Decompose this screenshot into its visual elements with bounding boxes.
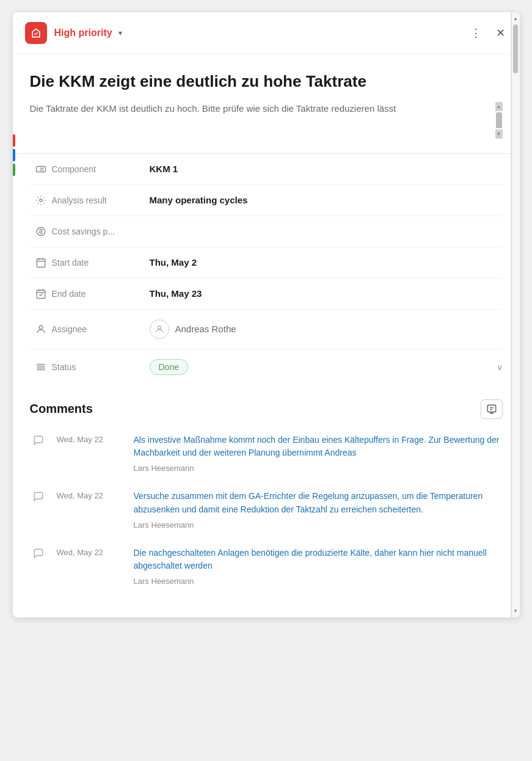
- cost-savings-label: Cost savings p...: [52, 227, 150, 236]
- description-area: Die Taktrate der KKM ist deutlich zu hoc…: [30, 102, 503, 139]
- scroll-thumb[interactable]: [513, 24, 518, 73]
- priority-chevron-icon[interactable]: ▾: [118, 29, 122, 37]
- start-date-icon: [30, 257, 52, 268]
- assignee-label: Assignee: [52, 324, 150, 334]
- comment-body: Versuche zusammen mit dem GA-Errichter d…: [134, 490, 503, 529]
- desc-scroll-thumb: [496, 112, 502, 128]
- end-date-icon: [30, 288, 52, 299]
- comment-date: Wed, May 22: [57, 434, 124, 473]
- end-date-label: End date: [52, 289, 150, 299]
- indicator-red: [13, 134, 15, 147]
- scroll-up-arrow[interactable]: ▲: [512, 13, 519, 23]
- svg-rect-19: [487, 405, 496, 412]
- component-label: Component: [52, 164, 150, 174]
- comment-author: Lars Heesemann: [134, 520, 503, 530]
- svg-point-3: [39, 199, 42, 202]
- analysis-label: Analysis result: [52, 195, 150, 205]
- scroll-down-arrow[interactable]: ▼: [512, 606, 519, 616]
- logo-svg: [30, 27, 42, 39]
- status-chevron-icon[interactable]: ∨: [497, 362, 503, 372]
- comment-text: Die nachgeschalteten Anlagen benötigen d…: [134, 547, 503, 573]
- status-badge: Done: [150, 359, 188, 375]
- scroll-track: [512, 23, 520, 606]
- analysis-value: Many operating cycles: [150, 195, 503, 205]
- assignee-icon: [30, 324, 52, 335]
- page-title: Die KKM zeigt eine deutlich zu hohe Takt…: [30, 71, 503, 92]
- add-comment-icon: [486, 404, 497, 415]
- left-indicators: [13, 134, 15, 176]
- priority-label: High priority: [54, 27, 112, 38]
- svg-point-14: [158, 326, 161, 329]
- comment-author: Lars Heesemann: [134, 577, 503, 586]
- status-label: Status: [52, 362, 150, 372]
- header-actions: ⋮ ✕: [468, 24, 508, 42]
- description-scrollbar[interactable]: ▲ ▼: [495, 102, 503, 139]
- field-cost-savings: Cost savings p...: [30, 216, 503, 247]
- comment-date: Wed, May 22: [57, 547, 124, 586]
- comment-body: Die nachgeschalteten Anlagen benötigen d…: [134, 547, 503, 586]
- comment-text: Versuche zusammen mit dem GA-Errichter d…: [134, 490, 503, 516]
- svg-rect-0: [36, 166, 45, 172]
- analysis-icon: [30, 195, 52, 206]
- more-options-button[interactable]: ⋮: [468, 24, 484, 42]
- indicator-blue: [13, 149, 15, 161]
- field-assignee: Assignee Andreas Rothe: [30, 310, 503, 349]
- app-logo: [25, 22, 47, 44]
- indicator-green: [13, 164, 15, 176]
- component-value: KKM 1: [150, 164, 503, 174]
- comment-author: Lars Heesemann: [134, 464, 503, 473]
- end-date-value: Thu, May 23: [150, 288, 503, 299]
- desc-scroll-down[interactable]: ▼: [495, 129, 503, 139]
- field-start-date: Start date Thu, May 2: [30, 247, 503, 279]
- svg-rect-9: [37, 290, 45, 299]
- component-icon: [30, 164, 52, 175]
- main-panel: ▲ ▼ High priority ▾ ⋮: [13, 12, 520, 617]
- fields-section: Component KKM 1 Analysis result Many ope…: [13, 154, 520, 385]
- assignee-value-row: Andreas Rothe: [150, 319, 236, 339]
- field-status[interactable]: Status Done ∨: [30, 349, 503, 385]
- svg-point-13: [39, 326, 43, 329]
- comment-item: Wed, May 22 Als investive Maßnahme kommt…: [30, 434, 503, 473]
- status-value-row: Done ∨: [150, 359, 503, 375]
- start-date-value: Thu, May 2: [150, 257, 503, 268]
- comment-item: Wed, May 22 Versuche zusammen mit dem GA…: [30, 490, 503, 529]
- comments-section: Comments Wed: [13, 385, 520, 617]
- comment-icon: [30, 548, 47, 586]
- comments-header: Comments: [30, 399, 503, 419]
- comment-icon: [30, 435, 47, 473]
- status-icon: [30, 362, 52, 373]
- scrollbar[interactable]: ▲ ▼: [511, 12, 520, 617]
- field-analysis: Analysis result Many operating cycles: [30, 185, 503, 216]
- description-text: Die Taktrate der KKM ist deutlich zu hoc…: [30, 102, 490, 116]
- desc-scroll-up[interactable]: ▲: [495, 102, 503, 111]
- svg-rect-5: [37, 259, 45, 268]
- comment-text: Als investive Maßnahme kommt noch der Ei…: [134, 434, 503, 460]
- comment-body: Als investive Maßnahme kommt noch der Ei…: [134, 434, 503, 473]
- comment-icon: [30, 491, 47, 529]
- comment-item: Wed, May 22 Die nachgeschalteten Anlagen…: [30, 547, 503, 586]
- start-date-label: Start date: [52, 258, 150, 268]
- cost-savings-icon: [30, 226, 52, 237]
- main-content: Die KKM zeigt eine deutlich zu hohe Takt…: [13, 54, 520, 154]
- comment-date: Wed, May 22: [57, 490, 124, 529]
- comments-title: Comments: [30, 402, 93, 416]
- close-button[interactable]: ✕: [494, 24, 508, 42]
- add-comment-button[interactable]: [481, 399, 503, 419]
- panel-header: High priority ▾ ⋮ ✕: [13, 12, 520, 54]
- assignee-name: Andreas Rothe: [175, 324, 236, 334]
- avatar: [150, 319, 169, 339]
- field-component: Component KKM 1: [30, 154, 503, 185]
- field-end-date: End date Thu, May 23: [30, 279, 503, 310]
